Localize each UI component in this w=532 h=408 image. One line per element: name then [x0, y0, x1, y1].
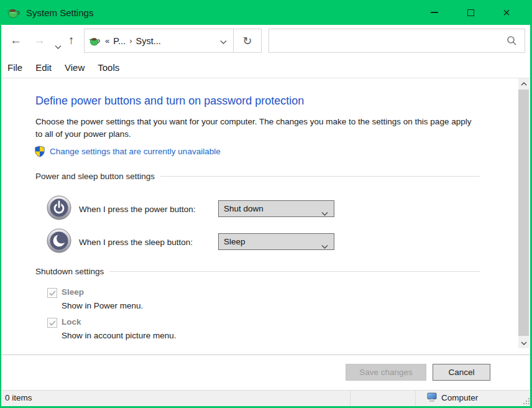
power-button-icon	[47, 195, 71, 220]
section-rule	[160, 176, 480, 177]
minimize-icon	[431, 12, 438, 13]
titlebar[interactable]: System Settings ×	[0, 0, 532, 25]
page-description: Choose the power settings that you want …	[35, 116, 478, 141]
uac-shield-icon	[34, 146, 45, 157]
scrollbar-up-button[interactable]	[518, 78, 529, 89]
close-button[interactable]: ×	[488, 0, 525, 25]
window-border	[0, 25, 1, 408]
sleep-checkbox[interactable]	[47, 288, 57, 298]
lock-checkbox[interactable]	[47, 318, 57, 328]
navigation-toolbar: ← → ↑ « P... › Syst... ↻	[0, 25, 532, 57]
sleep-action-select[interactable]: Sleep	[218, 233, 334, 250]
power-action-select[interactable]: Shut down	[218, 200, 334, 217]
power-row-label: When I press the power button:	[79, 205, 196, 214]
sleep-row-label: When I press the sleep button:	[79, 238, 193, 247]
main-content: Define power buttons and turn on passwor…	[0, 78, 532, 355]
vertical-scrollbar[interactable]	[518, 78, 529, 348]
power-section-header: Power and sleep button settings	[35, 172, 480, 181]
scrollbar-thumb[interactable]	[518, 90, 529, 336]
search-icon[interactable]	[507, 35, 517, 46]
address-bar[interactable]: « P... › Syst... ↻	[84, 29, 262, 53]
back-button[interactable]: ←	[10, 32, 22, 49]
scrollbar-down-button[interactable]	[518, 338, 529, 348]
breadcrumb-item-current[interactable]: Syst...	[135, 36, 160, 46]
uac-link-row: Change settings that are currently unava…	[34, 146, 221, 157]
search-box[interactable]	[268, 29, 525, 53]
menubar: File Edit View Tools	[0, 57, 532, 78]
menu-item-edit[interactable]: Edit	[35, 62, 52, 73]
system-settings-window: System Settings × ← → ↑ « P	[0, 0, 532, 408]
lock-checkbox-label: Lock	[62, 317, 81, 327]
save-changes-button[interactable]: Save changes	[346, 364, 426, 381]
cancel-button[interactable]: Cancel	[433, 364, 490, 381]
menu-item-file[interactable]: File	[7, 62, 22, 73]
resize-grip[interactable]	[522, 397, 530, 405]
sleep-checkbox-description: Show in Power menu.	[62, 301, 143, 310]
recent-locations-chevron-icon[interactable]	[55, 37, 62, 53]
menu-item-view[interactable]: View	[65, 62, 85, 73]
window-controls: ×	[416, 0, 525, 25]
status-items-count: 0 items	[5, 393, 32, 402]
up-button[interactable]: ↑	[68, 32, 75, 49]
shutdown-section-header: Shutdown settings	[35, 267, 480, 276]
lock-checkbox-description: Show in account picture menu.	[62, 331, 177, 340]
refresh-button[interactable]: ↻	[234, 29, 261, 52]
check-icon	[49, 320, 56, 326]
breadcrumb-separator-icon[interactable]: ›	[129, 36, 132, 45]
menu-item-tools[interactable]: Tools	[98, 62, 119, 73]
status-divider	[350, 391, 351, 407]
change-settings-link[interactable]: Change settings that are currently unava…	[50, 147, 221, 156]
sleep-action-value: Sleep	[224, 237, 245, 246]
address-app-icon	[89, 35, 101, 47]
minimize-button[interactable]	[416, 0, 452, 25]
maximize-icon	[467, 9, 474, 16]
status-divider	[415, 391, 416, 407]
close-icon: ×	[503, 6, 510, 19]
chevron-up-icon	[521, 82, 527, 86]
check-icon	[49, 290, 56, 296]
page-title: Define power buttons and turn on passwor…	[35, 95, 304, 108]
breadcrumb-item-parent[interactable]: P...	[113, 36, 126, 46]
power-section-title: Power and sleep button settings	[35, 172, 155, 181]
chevron-down-icon	[321, 240, 328, 251]
maximize-button[interactable]	[452, 0, 488, 25]
chevron-down-icon	[521, 341, 527, 345]
address-dropdown-chevron-icon[interactable]	[213, 35, 233, 47]
shutdown-section-title: Shutdown settings	[35, 267, 104, 276]
app-icon	[7, 6, 21, 19]
sleep-checkbox-label: Sleep	[62, 287, 84, 297]
footer-separator	[0, 355, 532, 355]
section-rule	[109, 271, 480, 272]
statusbar: 0 items Computer	[0, 390, 532, 406]
power-action-value: Shut down	[224, 204, 264, 213]
computer-icon	[426, 392, 438, 402]
window-title: System Settings	[26, 7, 93, 18]
breadcrumb-overflow[interactable]: «	[105, 36, 109, 45]
search-input[interactable]	[269, 29, 507, 52]
chevron-down-icon	[321, 207, 328, 218]
sleep-button-icon	[47, 228, 71, 253]
forward-button[interactable]: →	[34, 32, 45, 49]
status-location: Computer	[426, 392, 478, 402]
status-location-label: Computer	[441, 393, 478, 402]
